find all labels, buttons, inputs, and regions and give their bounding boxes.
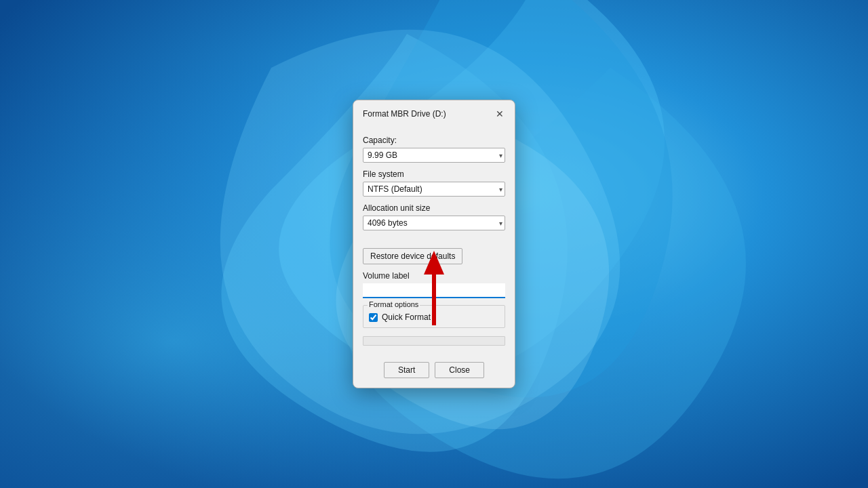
capacity-label: Capacity:: [363, 136, 505, 145]
file-system-select-wrapper: NTFS (Default) FAT32 exFAT ▾: [363, 182, 505, 197]
start-button[interactable]: Start: [384, 362, 429, 378]
desktop-background: Format MBR Drive (D:) ✕ Capacity: 9.99 G…: [0, 0, 868, 488]
file-system-label: File system: [363, 169, 505, 179]
format-dialog: Format MBR Drive (D:) ✕ Capacity: 9.99 G…: [353, 100, 515, 388]
format-options-legend: Format options: [368, 300, 420, 308]
dialog-close-button[interactable]: Close: [435, 362, 484, 378]
red-arrow-annotation: [424, 251, 444, 327]
svg-marker-3: [424, 251, 444, 274]
dialog-title: Format MBR Drive (D:): [363, 109, 446, 119]
restore-defaults-button[interactable]: Restore device defaults: [363, 248, 462, 264]
dialog-footer: Start Close: [353, 355, 515, 388]
allocation-unit-label: Allocation unit size: [363, 203, 505, 213]
allocation-unit-select[interactable]: 512 bytes 1024 bytes 2048 bytes 4096 byt…: [363, 216, 505, 230]
capacity-select[interactable]: 9.99 GB: [363, 148, 505, 163]
close-icon-button[interactable]: ✕: [493, 107, 507, 121]
dialog-overlay: Format MBR Drive (D:) ✕ Capacity: 9.99 G…: [0, 0, 868, 488]
progress-bar: [363, 336, 505, 346]
allocation-unit-select-wrapper: 512 bytes 1024 bytes 2048 bytes 4096 byt…: [363, 216, 505, 230]
svg-rect-2: [432, 271, 436, 325]
file-system-select[interactable]: NTFS (Default) FAT32 exFAT: [363, 182, 505, 197]
dialog-titlebar: Format MBR Drive (D:) ✕: [353, 100, 515, 126]
capacity-select-wrapper: 9.99 GB ▾: [363, 148, 505, 163]
quick-format-checkbox[interactable]: [369, 313, 378, 322]
